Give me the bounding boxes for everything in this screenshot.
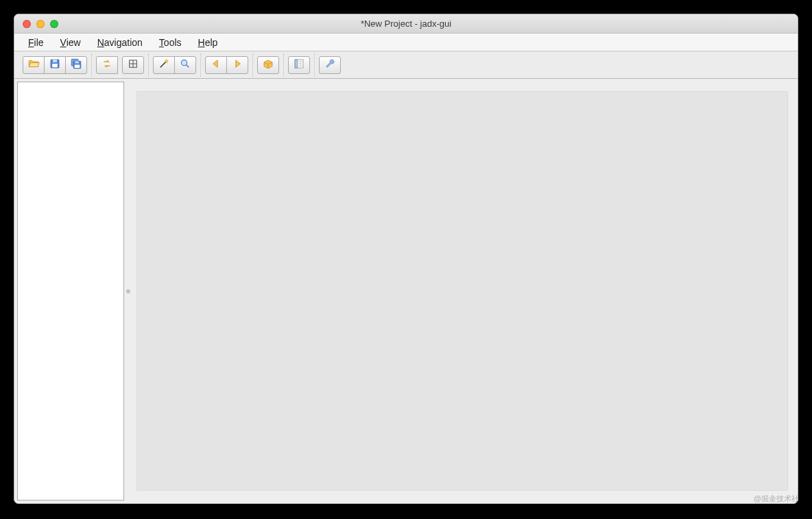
nav-forward-button[interactable] <box>226 56 248 74</box>
arrow-left-icon <box>210 58 222 73</box>
toolbar-group-nav <box>201 53 253 77</box>
menu-view[interactable]: View <box>52 36 89 49</box>
window-title: *New Project - jadx-gui <box>14 19 798 29</box>
editor-empty-panel <box>136 91 788 491</box>
maximize-window-button[interactable] <box>50 20 58 28</box>
save-all-button[interactable] <box>65 56 87 74</box>
deobfuscate-button[interactable] <box>257 56 279 74</box>
svg-point-8 <box>181 60 187 65</box>
toolbar-group-search <box>149 53 201 77</box>
editor-area <box>131 82 793 500</box>
log-button[interactable] <box>288 56 310 74</box>
svg-rect-5 <box>75 61 79 63</box>
grid-icon <box>127 58 139 73</box>
wand-icon <box>158 58 170 73</box>
titlebar: *New Project - jadx-gui <box>14 14 798 34</box>
preferences-button[interactable] <box>319 56 341 74</box>
minimize-window-button[interactable] <box>36 20 45 28</box>
toolbar-group-sync <box>92 53 149 77</box>
workspace <box>14 79 798 503</box>
toolbar-group-file <box>19 53 92 77</box>
folder-open-icon <box>27 58 40 73</box>
toolbar-group-deobf <box>253 53 284 77</box>
svg-rect-2 <box>52 64 58 67</box>
package-icon <box>262 58 274 73</box>
watermark-line-2: @51CTO博客 <box>760 505 807 515</box>
sync-button[interactable] <box>96 56 118 74</box>
menu-file[interactable]: File <box>20 36 52 49</box>
svg-rect-1 <box>53 60 57 62</box>
menu-navigation[interactable]: Navigation <box>89 36 151 49</box>
app-window: *New Project - jadx-gui File View Naviga… <box>14 14 798 504</box>
svg-point-7 <box>165 60 168 62</box>
svg-rect-10 <box>295 60 298 68</box>
toolbar <box>14 51 798 79</box>
traffic-lights <box>14 20 58 28</box>
wrench-icon <box>324 58 336 73</box>
watermark-line-1: @掘金技术社区 <box>754 494 807 504</box>
arrow-right-icon <box>231 58 243 73</box>
splitter-grip-icon <box>126 289 130 293</box>
menu-tools[interactable]: Tools <box>151 36 190 49</box>
menu-help[interactable]: Help <box>190 36 226 49</box>
sync-arrows-icon <box>101 58 113 73</box>
split-handle[interactable] <box>126 80 131 502</box>
text-search-button[interactable] <box>153 56 175 74</box>
floppy-disk-icon <box>49 58 61 73</box>
save-button[interactable] <box>44 56 66 74</box>
toolbar-group-prefs <box>315 53 345 77</box>
nav-back-button[interactable] <box>205 56 227 74</box>
svg-rect-6 <box>75 64 80 68</box>
class-search-button[interactable] <box>174 56 196 74</box>
toolbar-group-log <box>284 53 315 77</box>
menu-bar: File View Navigation Tools Help <box>14 34 798 51</box>
floppy-disk-multi-icon <box>70 58 82 73</box>
project-tree-panel[interactable] <box>17 82 124 500</box>
open-file-button[interactable] <box>23 56 45 74</box>
log-panel-icon <box>293 58 305 73</box>
close-window-button[interactable] <box>23 20 31 28</box>
flatten-button[interactable] <box>122 56 144 74</box>
magnifier-icon <box>179 58 191 73</box>
